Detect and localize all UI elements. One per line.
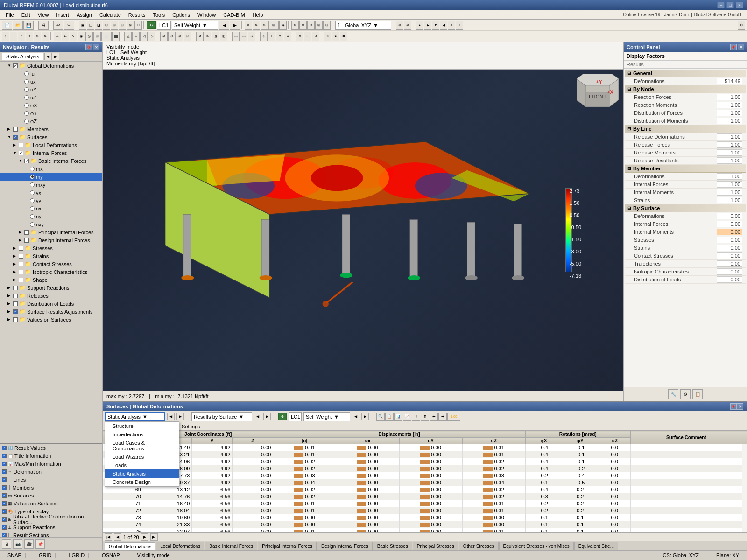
- cp-val-surf-def[interactable]: [717, 213, 742, 219]
- cb-dist-loads[interactable]: [13, 301, 18, 306]
- t2-btn-13[interactable]: ⬜: [101, 32, 112, 41]
- nav2-result-sections[interactable]: ✓ ⊢ Result Sections: [0, 531, 102, 537]
- radio-nxy[interactable]: [30, 222, 35, 227]
- bp-act-7[interactable]: ⬅: [430, 413, 438, 421]
- bp-results-next[interactable]: ▶: [263, 413, 271, 420]
- bp-lc-prev[interactable]: ◀: [352, 413, 359, 420]
- t2-btn-34[interactable]: ⊽: [296, 32, 303, 41]
- cb2-support[interactable]: ✓: [2, 525, 7, 530]
- cp-val-surf-contact[interactable]: [717, 252, 742, 259]
- t2-btn-31[interactable]: ⊺: [268, 32, 275, 41]
- status-osnap[interactable]: OSNAP: [98, 553, 124, 558]
- static-analysis-tab[interactable]: Static Analysis: [2, 53, 43, 60]
- view-btn-2[interactable]: ⊗: [253, 21, 260, 30]
- pin-btn2[interactable]: 📌: [35, 539, 45, 549]
- nav-item-my[interactable]: my: [0, 173, 102, 181]
- t2-btn-20[interactable]: ⊙: [168, 32, 176, 41]
- eb-6[interactable]: +: [456, 21, 463, 30]
- bp-close-btn[interactable]: ✕: [737, 403, 743, 410]
- nav-item-shape[interactable]: ▶ 📁 Shape: [0, 276, 102, 284]
- cp-section-byline[interactable]: ⊟ By Line: [625, 125, 746, 133]
- analysis-dropdown[interactable]: Static Analysis ▼: [105, 412, 165, 421]
- coord-system[interactable]: 1 - Global XYZ ▼: [335, 21, 391, 30]
- tb-btn-3[interactable]: ◪: [95, 21, 102, 30]
- bp-results-prev[interactable]: ◀: [254, 413, 261, 420]
- t2-btn-1[interactable]: ↕: [2, 32, 9, 41]
- nav-item-local-def[interactable]: ▶ 📁 Local Deformations: [0, 141, 102, 149]
- nav-item-nx[interactable]: nx: [0, 204, 102, 212]
- load-case-dropdown[interactable]: LC1: [157, 21, 171, 30]
- t2-btn-39[interactable]: ✖: [340, 32, 347, 41]
- t2-btn-28[interactable]: ⊷: [240, 32, 247, 41]
- menu-item-calculate[interactable]: Calculate: [96, 11, 125, 19]
- radio-iu[interactable]: [24, 71, 29, 76]
- cp-val-surf-iso[interactable]: [717, 268, 742, 275]
- menu-item-results[interactable]: Results: [125, 11, 149, 19]
- cp-value-deformations[interactable]: [717, 78, 742, 84]
- nav-item-basic-int-forces[interactable]: ▼ ✓ 📁 Basic Internal Forces: [0, 157, 102, 165]
- t2-btn-8[interactable]: ⇐: [62, 32, 69, 41]
- eb-3[interactable]: ▼: [432, 21, 439, 30]
- settings-btn-bp[interactable]: Settings: [182, 424, 200, 429]
- cp-section-bymember[interactable]: ⊟ By Member: [625, 165, 746, 173]
- t2-btn-16[interactable]: ▽: [132, 32, 140, 41]
- nav-item-iu[interactable]: |u|: [0, 70, 102, 77]
- nav-item-uz[interactable]: uZ: [0, 93, 102, 101]
- radio-pz[interactable]: [24, 119, 29, 124]
- cb-stresses[interactable]: [19, 246, 23, 251]
- bp-lc-next[interactable]: ▶: [361, 413, 369, 420]
- cb-surf-adj[interactable]: ✓: [13, 309, 18, 314]
- nav-item-strains[interactable]: ▶ 📁 Strains: [0, 252, 102, 260]
- nav-item-mx[interactable]: mx: [0, 165, 102, 173]
- bp-act-5[interactable]: ⬇: [412, 413, 420, 421]
- bp-act-6[interactable]: ⬆: [421, 413, 429, 421]
- bp-act-9[interactable]: 1.00: [447, 413, 460, 421]
- tab-global-def[interactable]: Global Deformations: [105, 542, 155, 550]
- cb-surfaces[interactable]: ✓: [13, 135, 18, 140]
- cb2-result[interactable]: ✓: [2, 446, 7, 450]
- t2-btn-19[interactable]: ⊘: [160, 32, 168, 41]
- t2-btn-36[interactable]: ⊿: [312, 32, 319, 41]
- cb-local-def[interactable]: [19, 143, 23, 147]
- tab-principal-int-forces[interactable]: Principal Internal Forces: [258, 542, 317, 550]
- cp-val-surf-intmoments[interactable]: [717, 229, 742, 235]
- save-button[interactable]: 💾: [23, 21, 34, 30]
- t2-btn-30[interactable]: ⊹: [260, 32, 268, 41]
- tb-btn-2[interactable]: ◫: [87, 21, 94, 30]
- status-snap[interactable]: SNAP: [4, 553, 26, 558]
- status-lgrid[interactable]: LGRID: [65, 553, 89, 558]
- nav2-lines[interactable]: ✓ — Lines: [0, 476, 102, 483]
- t2-btn-18[interactable]: ▷: [148, 32, 155, 41]
- tab-other-stresses[interactable]: Other Stresses: [459, 542, 499, 550]
- cp-section-bysurface[interactable]: ⊟ By Surface: [625, 204, 746, 212]
- nav-item-vy[interactable]: vy: [0, 196, 102, 204]
- nav2-maxmin[interactable]: ✓ 📊 Max/Min Information: [0, 460, 102, 468]
- eb-5[interactable]: ✕: [448, 21, 455, 30]
- menu-item-cadbim[interactable]: CAD-BIM: [219, 11, 248, 19]
- t2-btn-3[interactable]: ⤢: [18, 32, 25, 41]
- cp-val-member-def[interactable]: [717, 173, 742, 180]
- page-first[interactable]: |◀: [105, 533, 112, 541]
- t2-btn-15[interactable]: △: [124, 32, 132, 41]
- bp-act-1[interactable]: 🔍: [376, 413, 385, 421]
- radio-mxy[interactable]: [30, 182, 35, 187]
- menu-item-edit[interactable]: Edit: [18, 11, 34, 19]
- cb2-rs[interactable]: ✓: [2, 533, 7, 538]
- radio-mx[interactable]: [30, 167, 35, 171]
- cb-global-def[interactable]: ✓: [13, 63, 18, 68]
- tb-btn-8[interactable]: □: [134, 21, 142, 30]
- cb-int-forces[interactable]: ✓: [19, 151, 23, 155]
- view-btn-1[interactable]: ✕: [245, 21, 252, 30]
- radio-uy[interactable]: [24, 87, 29, 92]
- t2-btn-7[interactable]: ⇒: [54, 32, 61, 41]
- bp-act-4[interactable]: 📈: [403, 413, 411, 421]
- cb-releases[interactable]: [13, 294, 18, 298]
- bp-act-8[interactable]: ➡: [438, 413, 447, 421]
- undo-button[interactable]: ↩: [53, 21, 63, 30]
- t2-btn-35[interactable]: ⊾: [304, 32, 311, 41]
- cp-val-release-moments[interactable]: [717, 149, 742, 156]
- cb2-ribs[interactable]: ✓: [2, 517, 7, 522]
- tab-basic-stresses[interactable]: Basic Stresses: [373, 542, 412, 550]
- cp-close-btn[interactable]: ✕: [738, 44, 744, 50]
- nav-item-ny[interactable]: ny: [0, 212, 102, 220]
